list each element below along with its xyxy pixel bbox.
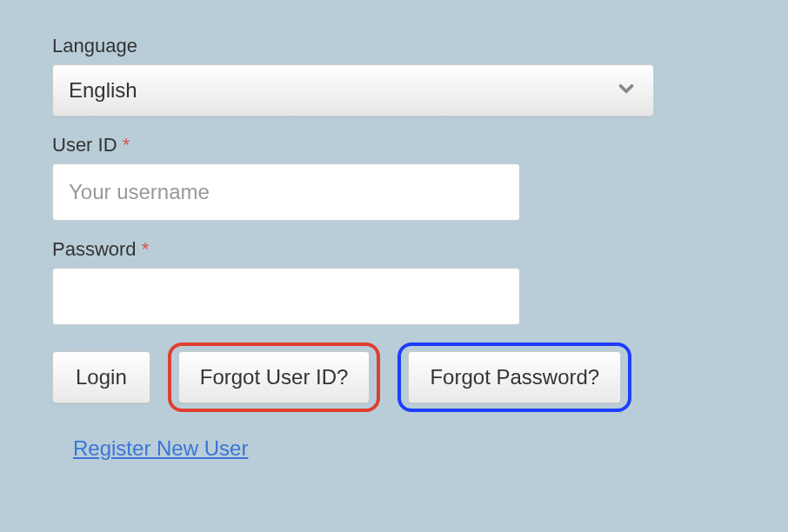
- userid-group: User ID *: [52, 134, 736, 221]
- register-new-user-link[interactable]: Register New User: [73, 436, 248, 461]
- language-dropdown[interactable]: English: [52, 64, 654, 116]
- button-row: Login Forgot User ID? Forgot Password?: [52, 342, 736, 412]
- forgot-password-highlight: Forgot Password?: [397, 342, 631, 412]
- password-label-text: Password: [52, 238, 137, 260]
- userid-label: User ID *: [52, 134, 736, 156]
- password-label: Password *: [52, 238, 736, 261]
- login-button[interactable]: Login: [52, 351, 150, 403]
- language-group: Language English: [52, 35, 736, 116]
- userid-input[interactable]: [52, 163, 520, 221]
- userid-label-text: User ID: [52, 134, 117, 156]
- language-label: Language: [52, 35, 736, 57]
- language-selected-value: English: [69, 78, 615, 103]
- password-required-star: *: [142, 238, 150, 260]
- password-group: Password *: [52, 238, 736, 325]
- forgot-userid-button[interactable]: Forgot User ID?: [178, 351, 371, 403]
- forgot-password-button[interactable]: Forgot Password?: [408, 351, 621, 403]
- forgot-userid-highlight: Forgot User ID?: [168, 342, 381, 412]
- userid-required-star: *: [123, 134, 130, 156]
- chevron-down-icon: [615, 77, 638, 103]
- password-input[interactable]: [52, 268, 520, 325]
